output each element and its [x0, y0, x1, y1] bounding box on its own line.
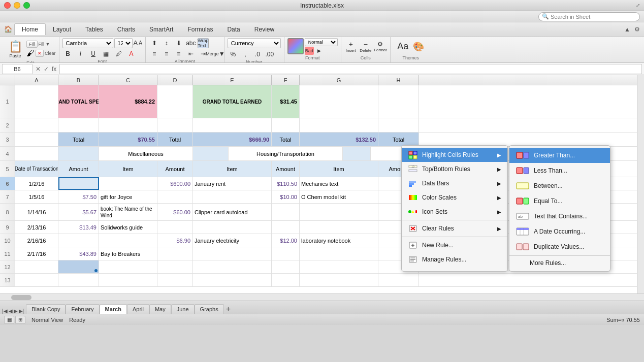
cell-g3[interactable]: $132.50 [300, 133, 378, 146]
cell-e3[interactable]: $666.90 [193, 133, 272, 146]
highlight-color-button[interactable]: 🖊 [113, 49, 124, 59]
sheet-nav-last[interactable]: ▶| [19, 308, 24, 314]
cell-d12[interactable] [157, 260, 193, 273]
cell-d9[interactable] [157, 221, 193, 234]
sheet-tab-february[interactable]: February [66, 304, 99, 314]
cell-c3[interactable]: $70.55 [99, 133, 157, 146]
cell-d6[interactable]: $600.00 [157, 177, 193, 190]
cell-d7[interactable] [157, 190, 193, 203]
percent-button[interactable]: % [228, 49, 239, 59]
format-bad-button[interactable]: Bad [305, 47, 314, 55]
sheet-tab-graphs[interactable]: Graphs [195, 304, 224, 314]
cell-d5[interactable]: Amount [157, 161, 193, 177]
cell-h13[interactable] [378, 274, 419, 286]
tab-charts[interactable]: Charts [110, 24, 142, 35]
cell-b1[interactable]: GRAND TOTAL SPENT [58, 85, 99, 118]
cell-a11[interactable]: 2/17/16 [15, 247, 58, 260]
col-header-g[interactable]: G [300, 75, 378, 85]
cell-a2[interactable] [15, 118, 58, 132]
cell-b8[interactable]: $5.67 [58, 204, 99, 220]
normal-view-button[interactable]: ▦ [4, 316, 14, 324]
cell-b10[interactable] [58, 234, 99, 247]
formula-input[interactable] [59, 64, 642, 74]
cell-e4[interactable]: Housing/Transportation [229, 147, 343, 160]
sheet-tab-march[interactable]: March [100, 304, 127, 314]
cell-style-select[interactable]: Normal [305, 38, 338, 46]
conditional-format-button[interactable] [287, 38, 304, 54]
delete-cells-button[interactable]: −Delete [359, 39, 372, 54]
cell-f1[interactable]: $31.45 [272, 85, 300, 118]
cell-d13[interactable] [157, 274, 193, 286]
decrease-decimal-button[interactable]: .0 [252, 49, 263, 59]
cell-g7[interactable]: O Chem model kit [300, 190, 378, 203]
cell-g9[interactable] [300, 221, 378, 234]
wrap-text-button[interactable]: Wrap Text [198, 38, 209, 48]
cell-b13[interactable] [58, 274, 99, 286]
font-size-decrease[interactable]: A [139, 40, 142, 46]
submenu-item-text-contains[interactable]: ab Text that Contains... [509, 209, 610, 224]
submenu-item-less-than[interactable]: Less Than... [509, 163, 610, 178]
cell-reference-input[interactable] [2, 64, 33, 74]
cell-a9[interactable]: 2/13/16 [15, 221, 58, 234]
cell-e5[interactable]: Item [193, 161, 272, 177]
cell-f7[interactable]: $10.00 [272, 190, 300, 203]
themes-color-button[interactable]: 🎨 [411, 39, 426, 54]
cell-b2[interactable] [58, 118, 99, 132]
col-header-c[interactable]: C [99, 75, 157, 85]
cell-c7[interactable]: gift for Joyce [99, 190, 157, 203]
cell-d2[interactable] [157, 118, 193, 132]
cell-c11[interactable]: Bay to Breakers [99, 247, 157, 260]
cell-a6[interactable]: 1/2/16 [15, 177, 58, 190]
cell-f9[interactable] [272, 221, 300, 234]
sheet-nav-prev[interactable]: ◀ [9, 308, 13, 314]
submenu-item-more-rules[interactable]: More Rules... [509, 257, 610, 269]
submenu-item-equal-to[interactable]: Equal To... [509, 193, 610, 209]
format-cells-button[interactable]: ⚙Format [374, 39, 387, 54]
menu-item-highlight-cells[interactable]: Highlight Cells Rules ▶ [402, 148, 507, 162]
font-size-increase[interactable]: A [134, 39, 138, 47]
cell-c1[interactable]: $884.22 [99, 85, 157, 118]
minimize-button[interactable] [14, 2, 20, 9]
window-controls[interactable] [4, 2, 30, 9]
sheet-nav-buttons[interactable]: |◀ ◀ ▶ ▶| [2, 308, 24, 314]
cell-b6[interactable] [58, 177, 99, 190]
cell-a12[interactable] [15, 260, 58, 273]
format-expand-button[interactable]: ▶ [315, 47, 324, 55]
number-format-select[interactable]: Currency [228, 38, 281, 48]
submenu-item-date-occurring[interactable]: A Date Occurring... [509, 224, 610, 239]
sheet-tab-blank-copy[interactable]: Blank Copy [26, 304, 66, 314]
resize-icon[interactable]: ⤢ [636, 3, 640, 8]
page-layout-button[interactable]: ⊞ [15, 316, 25, 324]
col-header-h[interactable]: H [378, 75, 419, 85]
cell-e9[interactable] [193, 221, 272, 234]
col-header-d[interactable]: D [157, 75, 193, 85]
view-buttons[interactable]: ▦ ⊞ [4, 316, 25, 324]
cell-a3[interactable] [15, 133, 58, 146]
cell-h2[interactable] [378, 118, 419, 132]
cell-g6[interactable]: Mechanics text [300, 177, 378, 190]
submenu-item-between[interactable]: Between... [509, 178, 610, 193]
col-header-f[interactable]: F [272, 75, 300, 85]
comma-button[interactable]: , [240, 49, 251, 59]
cell-a8[interactable]: 1/14/16 [15, 204, 58, 220]
horizontal-scrollbar[interactable] [0, 293, 644, 301]
cell-g2[interactable] [300, 118, 378, 132]
cell-e7[interactable] [193, 190, 272, 203]
cell-c12[interactable] [99, 260, 157, 273]
cell-a5[interactable]: Date of Transaction [15, 161, 58, 177]
cell-b9[interactable]: $13.49 [58, 221, 99, 234]
submenu-item-greater-than[interactable]: Greater Than... [509, 148, 610, 163]
menu-item-color-scales[interactable]: Color Scales ▶ [402, 190, 507, 205]
fx-button[interactable]: fx [51, 65, 57, 73]
border-button[interactable]: ▦ [101, 49, 112, 59]
align-middle-button[interactable]: ↕ [161, 38, 172, 48]
cell-f12[interactable] [272, 260, 300, 273]
menu-item-clear-rules[interactable]: Clear Rules ▶ [402, 221, 507, 236]
confirm-formula-button[interactable]: ✓ [43, 65, 50, 73]
cell-c13[interactable] [99, 274, 157, 286]
cell-c2[interactable] [99, 118, 157, 132]
align-top-button[interactable]: ⬆ [149, 38, 160, 48]
vertical-scrollbar[interactable] [637, 75, 644, 293]
cell-f2[interactable] [272, 118, 300, 132]
cell-a13[interactable] [15, 274, 58, 286]
